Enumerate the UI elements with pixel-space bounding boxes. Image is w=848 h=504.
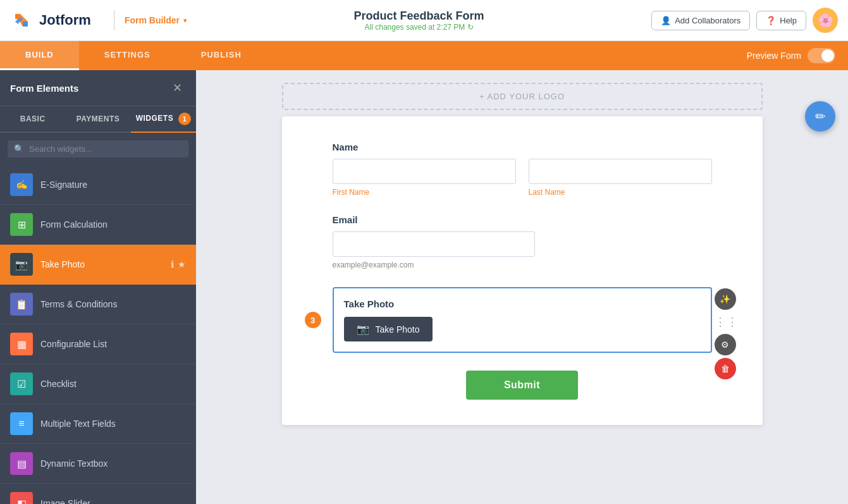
sidebar: Form Elements ✕ BASIC PAYMENTS WIDGETS 1… bbox=[0, 70, 196, 504]
widget-item-formcalculation[interactable]: ⊞ Form Calculation bbox=[0, 205, 196, 245]
canvas-area: + ADD YOUR LOGO Name First Name Last Nam… bbox=[196, 70, 848, 504]
widgets-badge: 1 bbox=[178, 113, 191, 125]
camera-icon: 📷 bbox=[357, 323, 369, 335]
sidebar-title: Form Elements bbox=[10, 83, 78, 94]
widget-actions: ℹ ★ bbox=[171, 259, 186, 269]
imageslider-icon: ◧ bbox=[10, 492, 33, 504]
preview-toggle[interactable] bbox=[808, 48, 835, 63]
firstname-col: First Name bbox=[333, 159, 516, 197]
tab-basic[interactable]: BASIC bbox=[0, 106, 65, 132]
widget-item-terms[interactable]: 📋 Terms & Conditions bbox=[0, 285, 196, 324]
take-photo-widget: 3 Take Photo 📷 Take Photo ✨ ⋮⋮ ⚙ bbox=[333, 287, 712, 353]
firstname-input[interactable] bbox=[333, 159, 516, 184]
email-input[interactable] bbox=[333, 231, 535, 257]
form-builder-label: Form Builder bbox=[125, 15, 180, 25]
sidebar-tabs: BASIC PAYMENTS WIDGETS 1 bbox=[0, 106, 196, 133]
takephoto-icon: 📷 bbox=[10, 253, 33, 276]
checklist-icon: ☑ bbox=[10, 372, 33, 395]
configurablelist-icon: ▦ bbox=[10, 333, 33, 355]
wand-icon: ✨ bbox=[720, 294, 730, 304]
widget-edit-button[interactable]: ✨ bbox=[715, 288, 736, 310]
email-field: Email example@example.com bbox=[333, 214, 712, 269]
trash-icon: 🗑 bbox=[721, 364, 730, 374]
autosave-status: All changes saved at 2:27 PM ↻ bbox=[187, 23, 651, 32]
configurablelist-label: Configurable List bbox=[40, 339, 107, 349]
nav-actions: 👤 Add Collaborators ❓ Help 🌸 bbox=[651, 8, 838, 33]
pencil-icon: ✏ bbox=[815, 109, 826, 124]
takephoto-label: Take Photo bbox=[40, 259, 85, 269]
tab-payments[interactable]: PAYMENTS bbox=[65, 106, 130, 132]
widget-item-checklist[interactable]: ☑ Checklist bbox=[0, 364, 196, 404]
email-hint: example@example.com bbox=[333, 261, 712, 269]
refresh-icon: ↻ bbox=[467, 23, 474, 32]
esignature-icon: ✍ bbox=[10, 173, 33, 196]
search-input-wrap: 🔍 bbox=[8, 140, 188, 157]
jotform-logo-icon bbox=[10, 9, 33, 32]
widget-item-imageslider[interactable]: ◧ Image Slider bbox=[0, 484, 196, 504]
logo-text: Jotform bbox=[39, 12, 91, 28]
terms-label: Terms & Conditions bbox=[40, 299, 117, 309]
lastname-col: Last Name bbox=[529, 159, 712, 197]
esignature-label: E-Signature bbox=[40, 180, 87, 190]
widget-item-multipletextfields[interactable]: ≡ Multiple Text Fields bbox=[0, 404, 196, 444]
close-button[interactable]: ✕ bbox=[168, 79, 186, 97]
tab-widgets[interactable]: WIDGETS 1 bbox=[131, 106, 196, 132]
take-photo-field-label: Take Photo bbox=[344, 298, 701, 309]
widget-item-takephoto[interactable]: 📷 Take Photo ℹ ★ 2 bbox=[0, 245, 196, 285]
toggle-knob bbox=[821, 49, 834, 62]
add-collaborators-button[interactable]: 👤 Add Collaborators bbox=[651, 11, 750, 30]
dynamictextbox-icon: ▤ bbox=[10, 452, 33, 475]
widget-delete-button[interactable]: 🗑 bbox=[715, 358, 736, 379]
lastname-sublabel: Last Name bbox=[529, 188, 712, 197]
form-builder-button[interactable]: Form Builder ▾ bbox=[125, 15, 187, 25]
main-layout: Form Elements ✕ BASIC PAYMENTS WIDGETS 1… bbox=[0, 70, 848, 504]
top-navbar: Jotform Form Builder ▾ Product Feedback … bbox=[0, 0, 848, 41]
name-field: Name First Name Last Name bbox=[333, 142, 712, 197]
multipletextfields-icon: ≡ bbox=[10, 412, 33, 435]
formcalculation-icon: ⊞ bbox=[10, 213, 33, 236]
preview-label: Preview Form bbox=[747, 51, 801, 61]
firstname-sublabel: First Name bbox=[333, 188, 516, 197]
lastname-input[interactable] bbox=[529, 159, 712, 184]
widget-item-dynamictextbox[interactable]: ▤ Dynamic Textbox bbox=[0, 444, 196, 484]
take-photo-btn-label: Take Photo bbox=[376, 324, 420, 335]
search-input[interactable] bbox=[29, 144, 182, 154]
gear-icon: ⚙ bbox=[721, 340, 729, 350]
search-box: 🔍 bbox=[0, 133, 196, 165]
submit-btn-wrap: Submit bbox=[333, 371, 712, 400]
tab-publish[interactable]: PUBLISH bbox=[176, 41, 267, 70]
dynamictextbox-label: Dynamic Textbox bbox=[40, 458, 108, 469]
form-title-area: Product Feedback Form All changes saved … bbox=[187, 9, 651, 32]
help-button[interactable]: ❓ Help bbox=[756, 11, 806, 30]
tab-settings[interactable]: SETTINGS bbox=[79, 41, 176, 70]
widget-controls: ✨ ⋮⋮ ⚙ 🗑 bbox=[715, 288, 739, 379]
info-icon[interactable]: ℹ bbox=[171, 259, 174, 269]
terms-icon: 📋 bbox=[10, 293, 33, 316]
logo-area: Jotform bbox=[10, 9, 91, 32]
tab-build[interactable]: BUILD bbox=[0, 41, 79, 70]
formcalculation-label: Form Calculation bbox=[40, 219, 108, 230]
add-logo-text: + ADD YOUR LOGO bbox=[479, 92, 565, 101]
form-title: Product Feedback Form bbox=[187, 9, 651, 23]
submit-button[interactable]: Submit bbox=[466, 371, 578, 400]
step2-badge: 2 bbox=[190, 256, 196, 273]
drag-handle[interactable]: ⋮⋮ bbox=[715, 312, 739, 331]
widget-settings-button[interactable]: ⚙ bbox=[715, 334, 736, 355]
help-icon: ❓ bbox=[766, 16, 776, 25]
person-icon: 👤 bbox=[661, 16, 671, 25]
take-photo-button[interactable]: 📷 Take Photo bbox=[344, 317, 433, 341]
name-label: Name bbox=[333, 142, 712, 152]
add-logo-bar[interactable]: + ADD YOUR LOGO bbox=[282, 83, 763, 110]
star-icon[interactable]: ★ bbox=[178, 259, 186, 269]
fab-button[interactable]: ✏ bbox=[805, 101, 835, 132]
sidebar-header: Form Elements ✕ bbox=[0, 70, 196, 106]
svg-rect-2 bbox=[23, 22, 28, 27]
widget-item-esignature[interactable]: ✍ E-Signature bbox=[0, 165, 196, 205]
widget-list: ✍ E-Signature ⊞ Form Calculation 📷 Take … bbox=[0, 165, 196, 504]
form-card: Name First Name Last Name Email example@… bbox=[282, 116, 763, 425]
widget-item-configurablelist[interactable]: ▦ Configurable List bbox=[0, 324, 196, 364]
tabs-bar: BUILD SETTINGS PUBLISH Preview Form bbox=[0, 41, 848, 70]
avatar[interactable]: 🌸 bbox=[813, 8, 838, 33]
checklist-label: Checklist bbox=[40, 379, 77, 389]
step3-badge: 3 bbox=[305, 312, 321, 328]
